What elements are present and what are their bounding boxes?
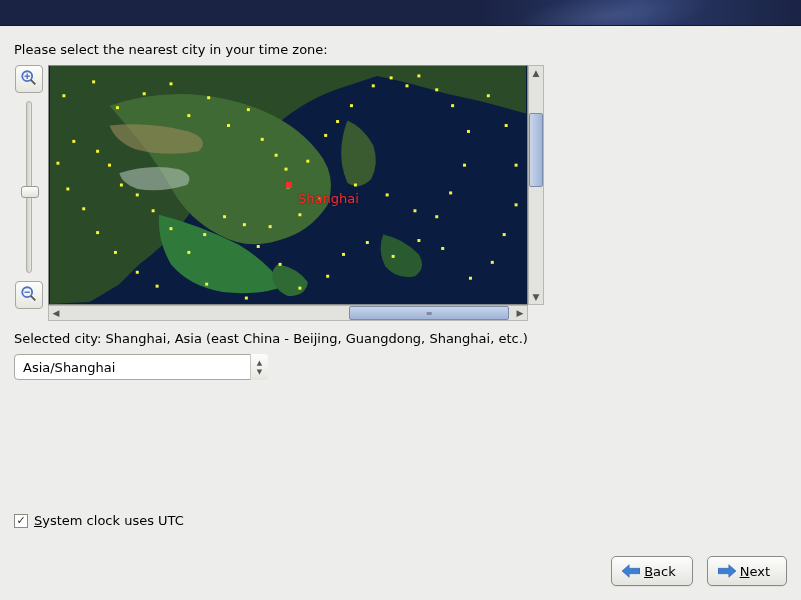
- next-arrow-icon: [718, 564, 736, 578]
- svg-rect-18: [275, 154, 278, 157]
- svg-rect-14: [207, 96, 210, 99]
- svg-rect-69: [441, 247, 444, 250]
- svg-line-5: [31, 295, 36, 300]
- zoom-controls: [14, 65, 44, 309]
- svg-rect-38: [342, 253, 345, 256]
- svg-rect-39: [326, 275, 329, 278]
- instruction-text: Please select the nearest city in your t…: [14, 42, 787, 57]
- svg-rect-12: [169, 82, 172, 85]
- svg-rect-40: [298, 287, 301, 290]
- zoom-in-button[interactable]: [15, 65, 43, 93]
- svg-rect-54: [56, 162, 59, 165]
- map-vertical-scrollbar[interactable]: ▲ ▼: [528, 65, 544, 305]
- scroll-up-arrow-icon[interactable]: ▲: [529, 66, 543, 80]
- svg-rect-24: [350, 104, 353, 107]
- next-button[interactable]: Next: [707, 556, 787, 586]
- svg-rect-32: [463, 164, 466, 167]
- svg-rect-65: [318, 197, 321, 200]
- zoom-slider-thumb[interactable]: [21, 186, 39, 198]
- svg-rect-10: [116, 106, 119, 109]
- back-button[interactable]: Back: [611, 556, 693, 586]
- svg-rect-75: [505, 124, 508, 127]
- vscroll-thumb[interactable]: [529, 113, 543, 187]
- svg-rect-22: [324, 134, 327, 137]
- zoom-slider[interactable]: [26, 101, 32, 273]
- svg-rect-72: [503, 233, 506, 236]
- map-container: Shanghai ▲ ▼ ◀ ≡ ▶: [48, 65, 544, 321]
- svg-rect-36: [392, 255, 395, 258]
- svg-rect-15: [227, 124, 230, 127]
- svg-rect-21: [306, 160, 309, 163]
- svg-rect-51: [108, 164, 111, 167]
- svg-marker-79: [718, 565, 736, 578]
- scroll-left-arrow-icon[interactable]: ◀: [49, 306, 63, 320]
- svg-rect-56: [82, 207, 85, 210]
- svg-rect-46: [187, 251, 190, 254]
- svg-rect-60: [156, 285, 159, 288]
- timezone-map[interactable]: Shanghai: [48, 65, 528, 305]
- svg-rect-63: [269, 225, 272, 228]
- svg-rect-33: [449, 191, 452, 194]
- map-horizontal-scrollbar[interactable]: ◀ ≡ ▶: [48, 305, 528, 321]
- selected-city-line: Selected city: Shanghai, Asia (east Chin…: [14, 331, 787, 346]
- svg-rect-41: [279, 263, 282, 266]
- timezone-select[interactable]: Asia/Shanghai ▲▼: [14, 354, 268, 380]
- svg-rect-42: [257, 245, 260, 248]
- svg-rect-26: [390, 76, 393, 79]
- svg-rect-57: [96, 231, 99, 234]
- svg-rect-76: [487, 94, 490, 97]
- svg-rect-23: [336, 120, 339, 123]
- svg-rect-11: [143, 92, 146, 95]
- footer-buttons: Back Next: [0, 556, 801, 586]
- svg-rect-55: [66, 187, 69, 190]
- utc-checkbox-row: ✓ System clock uses UTC: [14, 513, 184, 528]
- svg-rect-8: [62, 94, 65, 97]
- svg-rect-27: [406, 84, 409, 87]
- svg-rect-34: [435, 215, 438, 218]
- svg-rect-17: [261, 138, 264, 141]
- svg-rect-67: [386, 193, 389, 196]
- scroll-down-arrow-icon[interactable]: ▼: [529, 290, 543, 304]
- svg-rect-77: [286, 182, 292, 188]
- svg-rect-66: [354, 184, 357, 187]
- svg-rect-61: [205, 283, 208, 286]
- svg-rect-62: [245, 297, 248, 300]
- svg-rect-29: [435, 88, 438, 91]
- svg-rect-71: [491, 261, 494, 264]
- svg-rect-30: [451, 104, 454, 107]
- hscroll-thumb[interactable]: ≡: [349, 306, 509, 320]
- svg-rect-58: [114, 251, 117, 254]
- zoom-out-icon: [20, 285, 38, 306]
- dropdown-caret-icon: ▲▼: [250, 354, 268, 380]
- back-arrow-icon: [622, 564, 640, 578]
- svg-rect-73: [515, 203, 518, 206]
- svg-rect-43: [243, 223, 246, 226]
- svg-rect-16: [247, 108, 250, 111]
- utc-checkbox[interactable]: ✓: [14, 514, 28, 528]
- selected-city-value: Shanghai, Asia (east China - Beijing, Gu…: [106, 331, 528, 346]
- svg-rect-25: [372, 84, 375, 87]
- svg-rect-74: [515, 164, 518, 167]
- svg-rect-49: [136, 193, 139, 196]
- zoom-in-icon: [20, 69, 38, 90]
- svg-rect-35: [417, 239, 420, 242]
- scroll-right-arrow-icon[interactable]: ▶: [513, 306, 527, 320]
- svg-rect-50: [120, 184, 123, 187]
- header-banner: [0, 0, 801, 26]
- svg-rect-45: [203, 233, 206, 236]
- svg-rect-13: [187, 114, 190, 117]
- svg-rect-59: [136, 271, 139, 274]
- zoom-out-button[interactable]: [15, 281, 43, 309]
- utc-checkbox-label[interactable]: System clock uses UTC: [34, 513, 184, 528]
- svg-rect-64: [298, 213, 301, 216]
- timezone-select-value: Asia/Shanghai: [23, 360, 115, 375]
- selected-city-prefix: Selected city:: [14, 331, 106, 346]
- svg-rect-9: [92, 80, 95, 83]
- map-row: Shanghai ▲ ▼ ◀ ≡ ▶: [14, 65, 787, 321]
- svg-rect-48: [152, 209, 155, 212]
- svg-rect-47: [169, 227, 172, 230]
- map-svg: [49, 66, 527, 304]
- svg-marker-78: [622, 565, 640, 578]
- svg-rect-37: [366, 241, 369, 244]
- svg-rect-31: [467, 130, 470, 133]
